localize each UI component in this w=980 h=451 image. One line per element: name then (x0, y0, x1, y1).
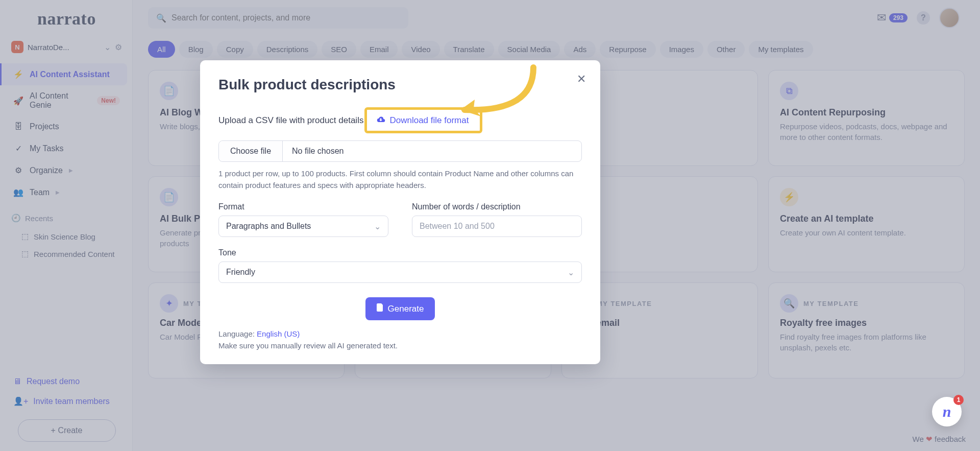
language-row: Language: English (US) (218, 329, 582, 338)
close-modal-button[interactable]: ✕ (577, 73, 586, 86)
chat-widget-button[interactable]: n 1 (932, 397, 962, 426)
choose-file-button[interactable]: Choose file (219, 141, 283, 161)
generate-label: Generate (388, 304, 424, 314)
annotation-highlight: Download file format (364, 107, 482, 133)
review-note: Make sure you manually review all AI gen… (218, 341, 582, 350)
chevron-down-icon: ⌄ (568, 268, 574, 277)
format-select[interactable]: Paragraphs and Bullets ⌄ (218, 216, 388, 237)
download-link-label: Download file format (389, 115, 469, 126)
tone-value: Friendly (226, 268, 255, 277)
upload-hint: 1 product per row, up to 100 products. F… (218, 168, 582, 191)
format-value: Paragraphs and Bullets (226, 222, 311, 231)
bulk-product-descriptions-modal: ✕ Bulk product descriptions Upload a CSV… (200, 60, 600, 364)
chevron-down-icon: ⌄ (374, 222, 381, 231)
file-status-label: No file chosen (283, 141, 353, 161)
format-label: Format (218, 202, 388, 211)
modal-title: Bulk product descriptions (218, 77, 582, 93)
language-link[interactable]: English (US) (257, 329, 300, 338)
cloud-download-icon (376, 115, 385, 126)
generate-button[interactable]: Generate (365, 297, 435, 320)
tone-select[interactable]: Friendly ⌄ (218, 262, 582, 283)
words-input[interactable] (412, 216, 582, 237)
words-label: Number of words / description (412, 202, 582, 211)
upload-label: Upload a CSV file with product details (218, 115, 363, 126)
download-file-format-link[interactable]: Download file format (371, 113, 474, 128)
file-input-row: Choose file No file chosen (218, 140, 582, 162)
tone-label: Tone (218, 248, 582, 257)
chat-notification-badge: 1 (953, 395, 964, 405)
file-icon (377, 303, 384, 314)
